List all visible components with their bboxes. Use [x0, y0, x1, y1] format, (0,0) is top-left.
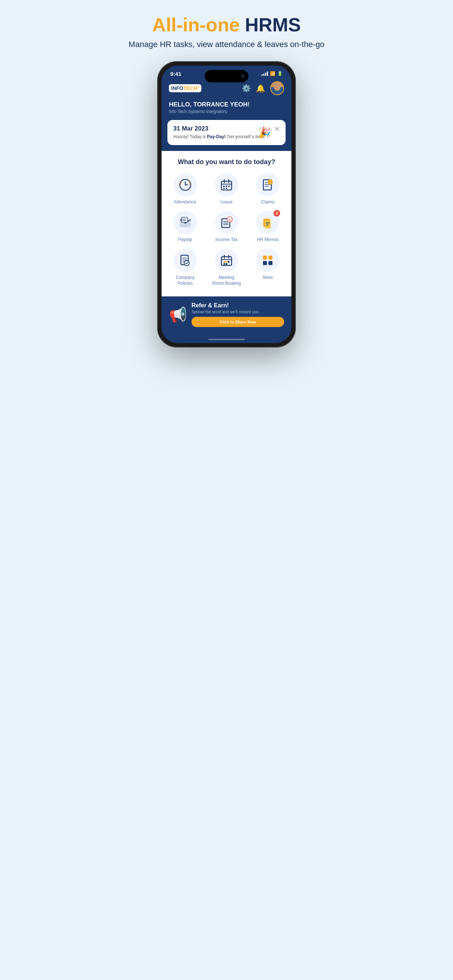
leave-label: Leave: [221, 199, 233, 205]
greeting-section: HELLO, TORRANCE YEOH! Info-Tech Systems …: [161, 101, 292, 120]
company-policies-icon-wrap: [174, 249, 197, 272]
menu-item-leave[interactable]: Leave: [209, 173, 244, 205]
meeting-room-icon: [220, 254, 233, 267]
income-tax-label: Income Tax: [215, 237, 238, 243]
income-tax-icon-wrap: %: [215, 211, 238, 234]
greeting-company: Info-Tech Systems Integrators: [169, 109, 284, 114]
menu-item-attendance[interactable]: Attendance: [167, 173, 203, 205]
banner-date: 31 Mar 2023: [173, 125, 271, 132]
refer-card: 📢 Refer & Earn! Spread the word and we'l…: [169, 302, 284, 327]
more-icon: [261, 254, 274, 267]
svg-text:i: i: [270, 180, 271, 184]
menu-grid: Attendance: [167, 173, 286, 286]
banner-illustration: 🎉: [258, 120, 271, 145]
banner-close-button[interactable]: ✕: [271, 125, 280, 133]
refer-share-button[interactable]: Click to Share Now: [191, 317, 284, 327]
refer-megaphone-icon: 📢: [169, 306, 187, 323]
company-policies-icon: [179, 254, 192, 267]
celebration-emoji: 🎉: [258, 127, 271, 138]
menu-item-more[interactable]: More: [250, 249, 286, 286]
title-highlight: All-in-one: [152, 14, 239, 35]
income-tax-icon: %: [220, 216, 233, 229]
logo: INFOTECH®: [169, 84, 201, 92]
banner-text-bold: Pay-Day!: [207, 134, 226, 139]
menu-item-meeting-room[interactable]: MeetingRoom Booking: [209, 249, 244, 286]
header-actions: ⚙️ 🔔: [242, 81, 284, 95]
banner-card: 31 Mar 2023 Hooray! Today is Pay-Day! Ge…: [161, 120, 292, 151]
signal-icon: [262, 72, 268, 76]
phone-screen: 9:41 📶 🔋 INFOTECH®: [161, 65, 292, 343]
svg-point-42: [228, 261, 230, 262]
logo-box: INFOTECH®: [169, 84, 201, 92]
svg-rect-45: [263, 256, 267, 259]
more-label: More: [263, 275, 273, 281]
claims-icon: i: [261, 178, 274, 191]
attendance-icon-wrap: [174, 173, 197, 197]
svg-rect-46: [268, 256, 273, 259]
claims-icon-wrap: i: [256, 173, 279, 197]
camera-dot: [241, 75, 245, 78]
avatar[interactable]: [270, 81, 284, 95]
banner-inner: 31 Mar 2023 Hooray! Today is Pay-Day! Ge…: [167, 120, 286, 145]
title-hrms: HRMS: [245, 14, 301, 35]
section-title: What do you want to do today?: [167, 158, 286, 166]
menu-item-income-tax[interactable]: % Income Tax: [209, 211, 244, 243]
header-subtitle: Manage HR tasks, view attendance & leave…: [129, 39, 325, 50]
hr-memos-label: HR Memos: [257, 237, 279, 243]
menu-item-hr-memos[interactable]: 0 HR Memos: [250, 211, 286, 243]
svg-rect-6: [226, 186, 227, 187]
refer-subtitle: Spread the word and we'll reward you.: [191, 310, 284, 314]
menu-item-claims[interactable]: i Claims: [250, 173, 286, 205]
hr-memos-badge: 0: [274, 210, 280, 216]
svg-rect-48: [268, 261, 273, 265]
meeting-room-label: MeetingRoom Booking: [212, 275, 241, 286]
svg-rect-9: [226, 188, 227, 189]
company-policies-label: CompanyPolicies: [176, 275, 195, 286]
status-bar: 9:41 📶 🔋: [161, 65, 292, 78]
phone-frame: 9:41 📶 🔋 INFOTECH®: [157, 61, 296, 347]
logo-text: INFOTECH®: [171, 85, 199, 91]
banner-message: Hooray! Today is Pay-Day! Get yourself a…: [173, 134, 271, 140]
meeting-room-icon-wrap: [215, 249, 238, 272]
leave-icon: [220, 178, 233, 191]
svg-text:%: %: [228, 218, 231, 222]
dynamic-island: [205, 70, 248, 83]
banner-content: 31 Mar 2023 Hooray! Today is Pay-Day! Ge…: [173, 125, 271, 140]
bottom-section: 📢 Refer & Earn! Spread the word and we'l…: [161, 296, 292, 336]
status-time: 9:41: [170, 71, 181, 77]
svg-rect-16: [182, 217, 187, 223]
leave-icon-wrap: [215, 173, 238, 197]
menu-item-company-policies[interactable]: CompanyPolicies: [167, 249, 203, 286]
svg-point-43: [223, 263, 225, 265]
attendance-label: Attendance: [174, 199, 196, 205]
refer-content: Refer & Earn! Spread the word and we'll …: [191, 302, 284, 327]
attendance-icon: [179, 178, 192, 191]
svg-point-40: [223, 261, 225, 262]
svg-rect-47: [263, 261, 267, 265]
banner-text-plain: Hooray! Today is: [173, 134, 207, 139]
battery-icon: 🔋: [277, 71, 283, 76]
settings-icon[interactable]: ⚙️: [242, 84, 251, 92]
home-indicator: [161, 336, 292, 343]
hr-memos-icon-wrap: 0: [256, 211, 279, 234]
greeting-name: HELLO, TORRANCE YEOH!: [169, 101, 284, 108]
status-icons: 📶 🔋: [262, 71, 283, 76]
payslip-label: Payslip: [178, 237, 192, 243]
svg-point-44: [225, 263, 227, 265]
home-bar: [208, 339, 245, 340]
payslip-icon: [179, 216, 192, 229]
svg-rect-7: [228, 186, 230, 187]
notification-icon[interactable]: 🔔: [256, 84, 265, 92]
claims-label: Claims: [261, 199, 274, 205]
wifi-icon: 📶: [270, 71, 275, 76]
more-icon-wrap: [256, 249, 279, 272]
main-title: All-in-one HRMS: [129, 14, 325, 35]
hr-memos-icon: [261, 216, 274, 229]
svg-rect-8: [223, 188, 225, 189]
menu-item-payslip[interactable]: Payslip: [167, 211, 203, 243]
svg-rect-26: [265, 220, 271, 228]
refer-title: Refer & Earn!: [191, 302, 284, 309]
payslip-icon-wrap: [174, 211, 197, 234]
page-header: All-in-one HRMS Manage HR tasks, view at…: [129, 14, 325, 50]
svg-point-41: [225, 261, 227, 262]
